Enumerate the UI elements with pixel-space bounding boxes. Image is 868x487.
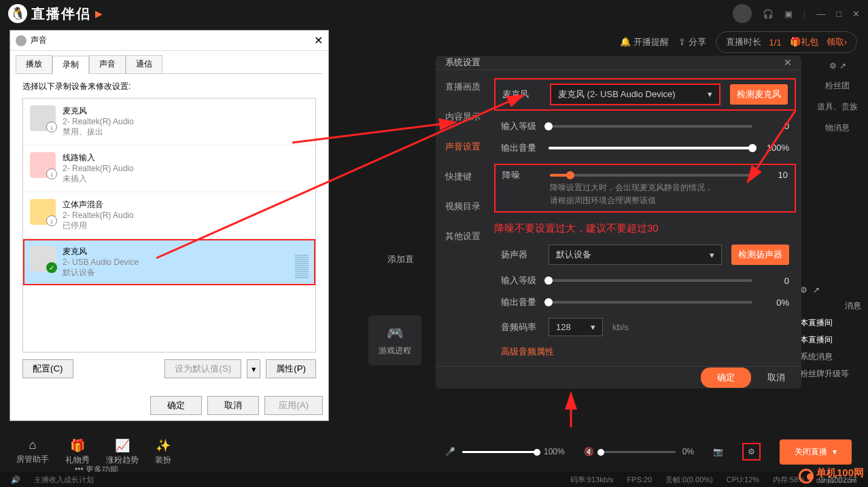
speaker-cluster: 🔇 0%: [584, 447, 694, 456]
device-buttons: 配置(C) 设为默认值(S) ▾ 属性(P): [22, 359, 316, 378]
nav-hotkeys[interactable]: 快捷键: [436, 168, 497, 185]
sp-output-slider[interactable]: [549, 301, 752, 304]
gift-messages[interactable]: 物消息: [825, 122, 850, 134]
check-badge-icon: ✓: [46, 262, 57, 273]
output-vol-label: 输出音量: [501, 142, 539, 154]
stereo-mix-icon: ↓: [30, 199, 56, 225]
window-icon[interactable]: ▣: [784, 9, 793, 19]
device-item[interactable]: ↓ 麦克风2- Realtek(R) Audio禁用、拔出: [23, 98, 315, 145]
nav-other[interactable]: 其他设置: [436, 228, 497, 245]
sp-input-slider[interactable]: [549, 279, 752, 282]
minimize-icon[interactable]: —: [816, 9, 825, 19]
close-icon[interactable]: ✕: [852, 9, 860, 19]
mic-cluster: 🎤 100%: [445, 447, 565, 456]
cancel-button[interactable]: 取消: [207, 396, 259, 415]
settings-cancel-button[interactable]: 取消: [767, 372, 785, 384]
device-item[interactable]: ↓ 线路输入2- Realtek(R) Audio未插入: [23, 145, 315, 192]
expand-icon[interactable]: ↗: [813, 285, 820, 295]
room-msg-1: 本直播间: [800, 317, 833, 329]
claim-button[interactable]: 领取›: [827, 36, 847, 48]
sound-tabs: 播放 录制 声音 通信: [10, 51, 328, 73]
nav-quality[interactable]: 直播画质: [436, 78, 497, 96]
output-vol-value: 100%: [762, 143, 789, 153]
share-label[interactable]: ⇪ 分享: [678, 36, 706, 48]
properties-button[interactable]: 属性(P): [266, 359, 316, 378]
nav-content[interactable]: 内容显示: [436, 108, 497, 126]
speaker-mute-icon[interactable]: 🔇: [584, 447, 594, 456]
input-level-slider[interactable]: [549, 125, 752, 128]
input-level-value: 0: [762, 121, 789, 131]
plan-icon[interactable]: 🔊: [11, 475, 20, 484]
tab-sounds[interactable]: 声音: [89, 55, 126, 73]
bitrate-select[interactable]: 128▾: [549, 318, 603, 336]
game-process-label: 游戏进程: [379, 345, 411, 357]
bitrate-label: 音频码率: [501, 321, 539, 333]
device-prompt: 选择以下录制设备来修改设置:: [22, 81, 316, 92]
mic-icon[interactable]: 🎤: [445, 447, 455, 456]
close-stream-button[interactable]: 关闭直播▾: [780, 439, 852, 465]
noise-hint: 降噪设置过大时，会出现麦克风静音的情况，请根据周围环境合理调整该值: [550, 181, 788, 207]
stream-time-label: 直播时长: [726, 36, 761, 48]
device-item-selected[interactable]: ✓ 麦克风2- USB Audio Device默认设备: [23, 239, 315, 285]
noise-slider[interactable]: [550, 174, 751, 177]
device-item[interactable]: ↓ 立体声混音2- Realtek(R) Audio已停用: [23, 192, 315, 239]
logo-icon: 🐧: [8, 4, 27, 23]
share-icon[interactable]: ↗: [839, 61, 846, 71]
gift-show[interactable]: 🎁礼物秀: [65, 438, 90, 466]
noise-label: 降噪: [502, 169, 540, 181]
speaker-select[interactable]: 默认设备▾: [549, 245, 722, 265]
sound-dialog-close-icon[interactable]: ✕: [314, 34, 323, 47]
items-nobles[interactable]: 道具、贵族: [817, 101, 858, 113]
device-list: ↓ 麦克风2- Realtek(R) Audio禁用、拔出 ↓ 线路输入2- R…: [22, 98, 316, 353]
right-panel: ⚙↗ 消息 本直播间 本直播间 系统消息 粉丝牌升级等: [800, 285, 861, 380]
settings-close-icon[interactable]: ✕: [784, 57, 792, 68]
speaker-volume-slider[interactable]: [601, 451, 676, 453]
room-manager[interactable]: ⌂房管助手: [16, 438, 49, 466]
ok-button[interactable]: 确定: [150, 396, 202, 415]
settings-ok-button[interactable]: 确定: [701, 367, 751, 388]
set-default-button[interactable]: 设为默认值(S): [164, 359, 241, 378]
fans-group[interactable]: 粉丝团: [825, 80, 850, 92]
nav-audio[interactable]: 声音设置: [436, 138, 497, 156]
advanced-audio-link[interactable]: 高级音频属性: [501, 346, 789, 358]
apply-button[interactable]: 应用(A): [264, 396, 323, 415]
headset-icon[interactable]: 🎧: [763, 9, 774, 19]
gift-label[interactable]: 🎁礼包: [790, 36, 818, 48]
tab-communications[interactable]: 通信: [126, 55, 162, 73]
statusbar: 🔊 主播收入成长计划 码率:913kb/s FPS:20 丢帧:0(0.00%)…: [0, 472, 868, 487]
default-dropdown-icon[interactable]: ▾: [247, 359, 260, 378]
settings-gear-button[interactable]: ⚙: [742, 443, 761, 461]
sp-input-value: 0: [762, 276, 789, 286]
remind-label[interactable]: 🔔 开播提醒: [620, 36, 669, 48]
fan-trends[interactable]: 📈涨粉趋势: [106, 438, 139, 466]
maximize-icon[interactable]: □: [836, 9, 841, 19]
settings-icon[interactable]: ⚙: [829, 61, 837, 71]
line-in-icon: ↓: [30, 152, 56, 178]
growth-plan[interactable]: 主播收入成长计划: [34, 475, 94, 485]
tab-playback[interactable]: 播放: [16, 55, 52, 73]
configure-button[interactable]: 配置(C): [22, 359, 73, 378]
test-speaker-button[interactable]: 检测扬声器: [731, 245, 789, 265]
decorate[interactable]: ✨装扮: [155, 438, 171, 466]
avatar[interactable]: [733, 4, 752, 23]
tab-recording[interactable]: 录制: [52, 56, 89, 74]
sp-output-label: 输出音量: [501, 296, 539, 308]
nav-video-dir[interactable]: 视频目录: [436, 198, 497, 215]
test-mic-button[interactable]: 检测麦克风: [730, 84, 788, 105]
camera-icon[interactable]: 📷: [713, 447, 723, 456]
arrow-annotation: [561, 390, 581, 431]
add-source[interactable]: 添加直: [387, 253, 414, 266]
fans-up: 粉丝牌升级等: [800, 368, 849, 380]
settings-title: 系统设置: [445, 56, 481, 69]
mic-select[interactable]: 麦克风 (2- USB Audio Device)▾: [550, 84, 721, 105]
settings-content: 麦克风 麦克风 (2- USB Audio Device)▾ 检测麦克风 输入等…: [497, 70, 801, 366]
output-vol-slider[interactable]: [549, 147, 752, 149]
chevron-down-icon: ▾: [833, 447, 837, 456]
sound-dialog-titlebar: 声音 ✕: [10, 31, 328, 51]
system-settings-modal: 系统设置 ✕ 直播画质 内容显示 声音设置 快捷键 视频目录 其他设置 麦克风 …: [436, 56, 801, 389]
sound-dialog-footer: 确定 取消 应用(A): [10, 391, 328, 420]
decorate-icon: ✨: [156, 438, 171, 453]
stream-time-pill: 直播时长 1/1 🎁礼包 领取›: [716, 31, 857, 53]
game-process-card[interactable]: 🎮 游戏进程: [368, 315, 421, 365]
mic-volume-slider[interactable]: [462, 451, 537, 453]
